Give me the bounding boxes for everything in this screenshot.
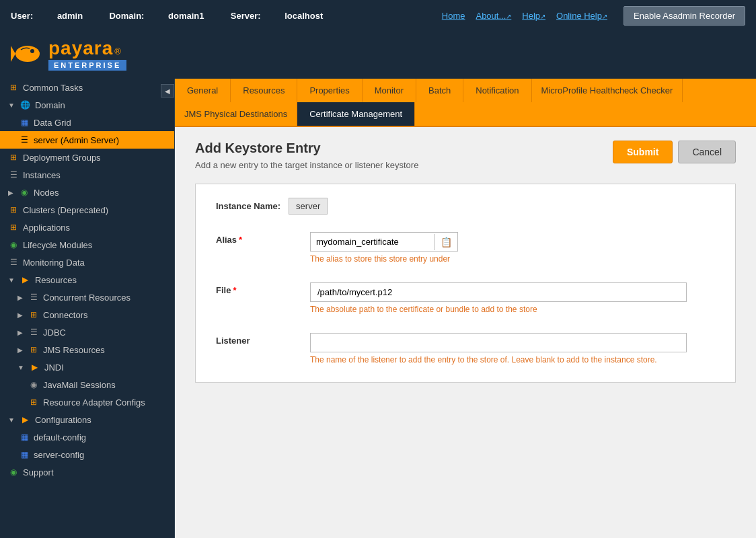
applications-icon: ⊞: [8, 222, 19, 233]
sidebar-label-resources: Resources: [35, 275, 77, 285]
sidebar-item-support[interactable]: ◉ Support: [0, 463, 174, 481]
sidebar-label-server: server (Admin Server): [34, 135, 119, 145]
nodes-icon: ◉: [19, 187, 30, 198]
svg-point-2: [30, 49, 34, 53]
sidebar-label-domain: Domain: [35, 100, 65, 110]
sidebar-item-nodes[interactable]: ▶ ◉ Nodes: [0, 184, 174, 201]
sidebar-item-configurations[interactable]: ▼ ▶ Configurations: [0, 411, 174, 428]
home-link[interactable]: Home: [442, 11, 465, 21]
jndi-icon: ▶: [30, 362, 40, 373]
nodes-expand-icon[interactable]: ▶: [8, 189, 13, 196]
tab-jms-physical[interactable]: JMS Physical Destinations: [175, 102, 297, 126]
server-icon: ☰: [19, 134, 30, 145]
instance-name-value: server: [289, 198, 328, 215]
cancel-button[interactable]: Cancel: [678, 141, 736, 163]
button-group: Submit Cancel: [613, 141, 736, 163]
payara-name: payara: [48, 38, 113, 59]
javamail-icon: ◉: [28, 379, 39, 390]
sidebar-label-support: Support: [23, 467, 54, 477]
form-grid: Alias * 📋 The alias to store this store …: [216, 228, 715, 369]
file-input[interactable]: [310, 282, 687, 302]
sidebar-item-data-grid[interactable]: ▦ Data Grid: [0, 114, 174, 131]
sidebar-item-clusters[interactable]: ⊞ Clusters (Deprecated): [0, 201, 174, 219]
configurations-icon: ▶: [20, 414, 31, 425]
sidebar-item-server[interactable]: ☰ server (Admin Server): [0, 131, 174, 149]
sidebar-item-instances[interactable]: ☰ Instances: [0, 166, 174, 184]
concurrent-expand-icon[interactable]: ▶: [17, 294, 23, 301]
sidebar-item-jdbc[interactable]: ▶ ☰ JDBC: [0, 323, 174, 341]
concurrent-icon: ☰: [28, 292, 39, 303]
resource-adapter-icon: ⊞: [28, 397, 39, 408]
instance-name-row: Instance Name: server: [216, 198, 715, 215]
user-label: User:: [11, 11, 33, 21]
alias-label: Alias: [216, 235, 237, 245]
payara-logo-fish: [11, 39, 44, 69]
sidebar-item-deployment-groups[interactable]: ⊞ Deployment Groups: [0, 149, 174, 166]
alias-input-cell: 📋 The alias to store this store entry un…: [310, 228, 715, 268]
jms-expand-icon[interactable]: ▶: [17, 346, 23, 354]
submit-button[interactable]: Submit: [613, 141, 673, 163]
tab-bar: General Resources Properties Monitor Bat…: [175, 79, 756, 127]
file-required-star: *: [233, 285, 236, 295]
sidebar-label-instances: Instances: [23, 170, 61, 180]
listener-input[interactable]: [310, 333, 687, 352]
sidebar-item-monitoring-data[interactable]: ☰ Monitoring Data: [0, 254, 174, 271]
server-config-icon: ▦: [19, 449, 30, 460]
sidebar-item-resources[interactable]: ▼ ▶ Resources: [0, 271, 174, 289]
sidebar-toggle[interactable]: ◀: [161, 84, 174, 98]
help-link[interactable]: Help↗: [522, 11, 545, 21]
tab-batch[interactable]: Batch: [416, 79, 463, 102]
sidebar-item-lifecycle-modules[interactable]: ◉ Lifecycle Modules: [0, 236, 174, 254]
monitoring-icon: ☰: [8, 257, 19, 268]
tab-resources[interactable]: Resources: [231, 79, 297, 102]
sidebar-item-default-config[interactable]: ▦ default-config: [0, 428, 174, 446]
tab-microprofile[interactable]: MicroProfile Healthcheck Checker: [532, 79, 683, 102]
sidebar-item-concurrent-resources[interactable]: ▶ ☰ Concurrent Resources: [0, 289, 174, 306]
server-label: Server:: [231, 11, 261, 21]
sidebar-item-resource-adapter[interactable]: ⊞ Resource Adapter Configs: [0, 393, 174, 411]
file-label: File: [216, 285, 231, 295]
sidebar-item-domain[interactable]: ▼ 🌐 Domain: [0, 96, 174, 114]
enable-asadmin-button[interactable]: Enable Asadmin Recorder: [623, 6, 745, 26]
tab-monitor[interactable]: Monitor: [363, 79, 416, 102]
sidebar-item-applications[interactable]: ⊞ Applications: [0, 219, 174, 236]
sidebar-item-jndi[interactable]: ▼ ▶ JNDI: [0, 358, 174, 376]
support-icon: ◉: [8, 467, 19, 477]
top-bar: User: admin Domain: domain1 Server: loca…: [0, 0, 756, 31]
tab-notification[interactable]: Notification: [463, 79, 531, 102]
title-area: Add Keystore Entry Add a new entry to th…: [195, 141, 418, 170]
alias-required-star: *: [239, 235, 242, 245]
about-link[interactable]: About...↗: [476, 11, 511, 21]
tab-properties[interactable]: Properties: [297, 79, 362, 102]
alias-file-icon[interactable]: 📋: [434, 234, 457, 250]
sidebar-label-configurations: Configurations: [35, 415, 91, 425]
connectors-expand-icon[interactable]: ▶: [17, 311, 23, 319]
tab-certificate-management[interactable]: Certificate Management: [297, 102, 415, 126]
content-area: General Resources Properties Monitor Bat…: [175, 79, 756, 538]
sidebar-label-nodes: Nodes: [34, 188, 59, 198]
domain-label: Domain:: [109, 11, 144, 21]
online-help-link[interactable]: Online Help↗: [556, 11, 607, 21]
default-config-icon: ▦: [19, 432, 30, 443]
listener-input-cell: The name of the listener to add the entr…: [310, 329, 715, 369]
listener-label-cell: Listener: [216, 329, 310, 369]
sidebar-label-common-tasks: Common Tasks: [23, 83, 83, 93]
domain-expand-icon[interactable]: ▼: [8, 102, 15, 109]
jdbc-expand-icon[interactable]: ▶: [17, 329, 23, 336]
instances-icon: ☰: [8, 169, 19, 180]
sidebar-item-javamail[interactable]: ◉ JavaMail Sessions: [0, 376, 174, 393]
tab-general[interactable]: General: [175, 79, 231, 102]
server-value: localhost: [285, 11, 323, 21]
deployment-groups-icon: ⊞: [8, 152, 19, 163]
sidebar-item-jms-resources[interactable]: ▶ ⊞ JMS Resources: [0, 341, 174, 358]
sidebar-label-jms: JMS Resources: [43, 345, 105, 355]
sidebar-label-default-config: default-config: [34, 432, 86, 443]
sidebar-item-server-config[interactable]: ▦ server-config: [0, 446, 174, 463]
enterprise-badge: ENTERPRISE: [48, 60, 126, 71]
resources-expand-icon[interactable]: ▼: [8, 276, 15, 284]
configurations-expand-icon[interactable]: ▼: [8, 416, 15, 424]
jndi-expand-icon[interactable]: ▼: [17, 364, 24, 371]
alias-input[interactable]: [311, 233, 434, 251]
sidebar-item-connectors[interactable]: ▶ ⊞ Connectors: [0, 306, 174, 323]
sidebar-item-common-tasks[interactable]: ⊞ Common Tasks: [0, 79, 174, 96]
